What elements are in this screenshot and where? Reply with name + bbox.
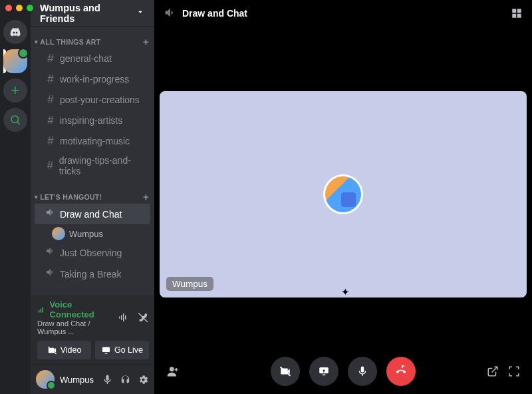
channel-name: motivating-music: [60, 136, 130, 146]
hash-icon: #: [45, 52, 56, 65]
participant-name: Wumpus: [69, 229, 103, 239]
voice-channel-path[interactable]: Draw and Chat / Wumpus ...: [37, 319, 117, 335]
maximize-window-icon[interactable]: [27, 5, 33, 11]
server-item[interactable]: [3, 49, 27, 73]
svg-rect-13: [512, 9, 516, 13]
video-button[interactable]: Video: [37, 341, 91, 359]
text-channel[interactable]: #work-in-progress: [35, 69, 150, 89]
svg-rect-6: [121, 315, 122, 320]
text-channel[interactable]: #inspiring-artists: [35, 110, 150, 130]
fullscreen-button[interactable]: [508, 365, 520, 377]
server-header[interactable]: Wumpus and Friends: [31, 0, 154, 27]
deafen-button[interactable]: [120, 374, 131, 385]
toggle-mic-button[interactable]: [348, 357, 377, 386]
hash-icon: #: [45, 134, 56, 148]
speaker-icon: [45, 246, 56, 260]
speaker-icon: [164, 6, 177, 21]
participant-avatar: [323, 174, 363, 214]
chevron-down-icon: ▾: [35, 39, 38, 45]
server-name: Wumpus and Friends: [40, 3, 136, 24]
text-channel[interactable]: #motivating-music: [35, 131, 150, 151]
invite-button[interactable]: [166, 365, 180, 378]
video-icon: [47, 345, 57, 355]
hash-icon: #: [45, 93, 56, 106]
server-rail: +: [0, 0, 31, 394]
main-content: Draw and Chat Wumpus ✦: [154, 0, 532, 394]
close-window-icon[interactable]: [5, 5, 12, 11]
call-controls: [154, 357, 532, 386]
screen-icon: [101, 345, 111, 355]
category-name: LET'S HANGOUT!: [40, 193, 102, 201]
svg-rect-15: [512, 14, 516, 18]
voice-channel[interactable]: Taking a Break: [35, 264, 150, 284]
svg-rect-14: [517, 9, 521, 13]
disconnect-button[interactable]: [137, 311, 149, 323]
avatar-icon: [52, 227, 65, 240]
disconnect-call-button[interactable]: [386, 357, 416, 386]
discord-logo-icon: [9, 26, 21, 38]
voice-status-panel: Voice Connected Draw and Chat / Wumpus .…: [31, 295, 154, 365]
call-area: Wumpus ✦: [154, 27, 532, 394]
svg-line-21: [492, 367, 497, 372]
voice-channel[interactable]: Just Observing: [35, 242, 150, 263]
compass-icon: [9, 114, 21, 126]
share-screen-button[interactable]: [309, 357, 338, 386]
voice-participant[interactable]: Wumpus: [35, 225, 150, 242]
signal-icon: [37, 305, 47, 314]
noise-suppression-button[interactable]: [117, 311, 129, 323]
category-name: ALL THINGS ART: [40, 38, 100, 46]
svg-point-0: [11, 116, 19, 123]
category-header[interactable]: ▾ LET'S HANGOUT! +: [31, 188, 154, 204]
hash-icon: #: [45, 159, 55, 172]
category-header[interactable]: ▾ ALL THINGS ART +: [31, 33, 154, 49]
chevron-down-icon: [136, 7, 145, 19]
server-avatar-icon: [3, 49, 27, 73]
text-channel[interactable]: #drawing-tips-and-tricks: [35, 152, 150, 180]
toggle-camera-button[interactable]: [271, 357, 300, 386]
popout-button[interactable]: [487, 365, 499, 377]
user-panel: Wumpus: [31, 365, 154, 394]
chevron-down-icon: ▾: [35, 194, 38, 200]
channel-name: inspiring-artists: [60, 115, 122, 126]
text-channel[interactable]: #general-chat: [35, 49, 150, 69]
svg-rect-11: [102, 347, 110, 352]
channel-name: Taking a Break: [60, 269, 122, 280]
svg-rect-7: [123, 313, 124, 321]
participant-label: Wumpus: [166, 277, 213, 291]
svg-rect-4: [42, 307, 43, 313]
speaker-icon: [45, 267, 56, 281]
svg-rect-16: [517, 14, 521, 18]
add-server-button[interactable]: +: [3, 79, 27, 102]
home-button[interactable]: [3, 20, 27, 44]
svg-point-17: [170, 367, 174, 371]
explore-servers-button[interactable]: [3, 108, 27, 132]
voice-channel[interactable]: Draw and Chat: [35, 204, 150, 224]
username[interactable]: Wumpus: [60, 375, 94, 385]
grid-view-button[interactable]: [511, 7, 523, 19]
video-tile[interactable]: Wumpus ✦: [160, 91, 527, 297]
mute-button[interactable]: [102, 374, 113, 385]
voice-status-text: Voice Connected: [50, 299, 117, 319]
channel-name: drawing-tips-and-tricks: [59, 155, 145, 176]
channel-name: post-your-creations: [60, 95, 140, 105]
text-channel[interactable]: #post-your-creations: [35, 90, 150, 110]
window-traffic-lights[interactable]: [5, 5, 33, 11]
channel-name: general-chat: [60, 53, 112, 64]
call-title: Draw and Chat: [182, 8, 247, 19]
channel-name: work-in-progress: [60, 74, 129, 85]
channel-name: Draw and Chat: [60, 209, 122, 220]
channel-sidebar: Wumpus and Friends ▾ ALL THINGS ART + #g…: [31, 0, 154, 394]
add-channel-icon[interactable]: +: [143, 191, 149, 202]
speaker-icon: [45, 207, 56, 221]
svg-rect-3: [41, 309, 42, 313]
add-channel-icon[interactable]: +: [143, 36, 149, 47]
settings-button[interactable]: [138, 374, 149, 385]
cursor-icon: ✦: [341, 286, 350, 298]
channel-name: Just Observing: [60, 248, 122, 258]
button-label: Go Live: [114, 345, 143, 355]
svg-rect-5: [119, 317, 120, 319]
call-header: Draw and Chat: [154, 0, 532, 27]
golive-button[interactable]: Go Live: [95, 341, 149, 359]
minimize-window-icon[interactable]: [16, 5, 23, 11]
user-avatar[interactable]: [36, 370, 55, 389]
